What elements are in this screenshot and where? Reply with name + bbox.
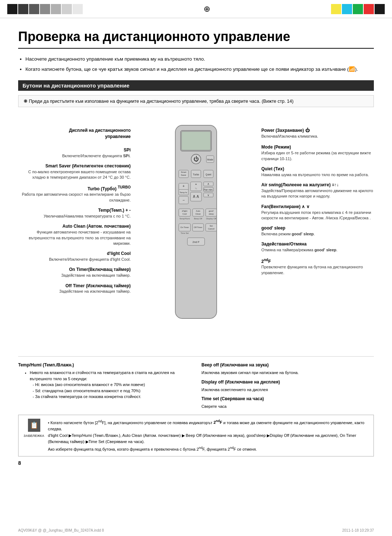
footer-note-label: ЗАБЕЛЕЖКА <box>24 433 44 438</box>
label-good-sleep-title: good' sleep <box>261 225 374 231</box>
svg-text:Quiet: Quiet <box>205 173 211 176</box>
label-temp-desc: Увеличава/Намалява температурата с по 1 … <box>18 214 131 219</box>
note-box: ❋ Преди да пристъпите към използване на … <box>18 95 374 107</box>
label-auto-clean: Auto Clean (Автом. почистване) Функция а… <box>18 223 131 246</box>
svg-text:2nd F: 2nd F <box>192 240 200 244</box>
remote-svg: ⏻ Mode Smart Saver Turbo Quiet + ≡ <box>162 117 230 327</box>
beep-off-title: Beep off (Изключване на звука) <box>201 362 374 368</box>
footer-info: AQV09K&Y @ @_Jungfrau_IBIM_Bu_32437A.ind… <box>18 528 374 532</box>
intro-bullet-2: Когато натиснете бутона, ще се чуе кратъ… <box>25 65 374 73</box>
label-on-timer-desc: Задействане на включващия таймер. <box>18 273 131 278</box>
color-block-3 <box>29 4 39 14</box>
label-off-timer-desc: Задействане на изключващия таймер. <box>18 289 131 294</box>
label-dlight-cool-title: d'light Cool <box>18 251 131 257</box>
color-block-yellow <box>331 4 341 14</box>
bottom-left-title: Temp/Humi (Темп./Влажн.) <box>18 362 191 368</box>
svg-text:Display Off: Display Off <box>206 218 216 220</box>
svg-text:Auto: Auto <box>196 210 200 212</box>
target-icon: ⊕ <box>204 4 210 14</box>
label-quiet-title: Quiet (Тих) <box>261 166 374 172</box>
label-dlight-cool: d'light Cool Включете/Изключете функцият… <box>18 251 131 262</box>
color-blocks-right <box>331 4 385 14</box>
beep-off-desc: Изключва звуковия сигнал при натискане н… <box>201 370 374 376</box>
color-block-red <box>364 4 374 14</box>
color-block-black <box>375 4 385 14</box>
svg-text:Beep Off: Beep Off <box>194 218 203 220</box>
color-block-1 <box>7 4 17 14</box>
label-spi-desc: Включете/Изключете функцията SPi. <box>18 153 131 159</box>
svg-text:Temp/Humi: Temp/Humi <box>179 218 190 220</box>
label-fan-desc: Регулира въздушния поток през климатика … <box>261 210 374 221</box>
label-on-timer-title: On Timer(Включващ таймер) <box>18 267 131 273</box>
label-fan-title: Fan(Вентилиране) ∧ ∨ <box>261 204 374 210</box>
note-box-text: ❋ Преди да пристъпите към използване на … <box>24 99 294 104</box>
label-good-sleep: good' sleep Включва режим good' sleep. <box>261 225 374 237</box>
label-auto-clean-desc: Функция автоматично почистване - изсушав… <box>18 230 131 246</box>
svg-text:Smart: Smart <box>181 171 187 173</box>
label-on-timer: On Timer(Включващ таймер) Задействане на… <box>18 267 131 278</box>
svg-text:Temp hr.: Temp hr. <box>180 191 188 194</box>
svg-text:∧: ∧ <box>207 183 209 186</box>
label-set-cancel: Задействане/Отмяна Отмяна на таймера/реж… <box>261 241 374 253</box>
time-set-desc: Сверете часа <box>201 403 374 410</box>
sub-bullet-temp: За стайната температура се показва конкр… <box>33 394 191 400</box>
label-temp: Temp(Темп.) + - Увеличава/Намалява темпе… <box>18 207 131 219</box>
intro-bullet-1: Насочете дистанционното управление към п… <box>25 55 374 63</box>
svg-text:∨: ∨ <box>207 194 209 197</box>
main-content: Проверка на дистанционното управление На… <box>0 18 392 473</box>
footer-note-line-1: • Когато натиснете бутон [2ndF], на дист… <box>48 419 368 433</box>
svg-text:Time Set: Time Set <box>180 232 189 234</box>
svg-rect-2 <box>181 131 211 150</box>
remote-control-diagram: ⏻ Mode Smart Saver Turbo Quiet + ≡ <box>131 113 261 349</box>
label-mode-title: Mode (Режим) <box>261 144 374 150</box>
svg-text:+: + <box>183 184 185 188</box>
svg-text:Clean: Clean <box>195 213 201 215</box>
svg-text:Set: Set <box>210 225 213 227</box>
label-good-sleep-desc: Включва режим good' sleep. <box>261 231 374 237</box>
color-blocks-left <box>7 4 83 14</box>
label-temp-title: Temp(Темп.) + - <box>18 207 131 214</box>
svg-text:sleep: sleep <box>209 213 214 215</box>
svg-text:Mode: Mode <box>207 158 213 161</box>
color-block-4 <box>40 4 50 14</box>
label-spi: SPi Включете/Изключете функцията SPi. <box>18 147 131 159</box>
sub-bullet-sd: Sd: стандартна (ако относителната влажно… <box>33 388 191 394</box>
svg-text:good': good' <box>209 210 214 212</box>
label-quiet: Quiet (Тих) Намалява шума на вътрешното … <box>261 166 374 178</box>
svg-text:On Timer: On Timer <box>180 226 189 228</box>
color-block-5 <box>51 4 61 14</box>
svg-text:Turbo: Turbo <box>193 173 199 176</box>
svg-text:Off Timer: Off Timer <box>194 226 202 228</box>
bottom-left: Temp/Humi (Темп./Влажн.) Нивото на влажн… <box>18 362 191 410</box>
intro-bullets: Насочете дистанционното управление към п… <box>18 55 374 73</box>
label-auto-clean-title: Auto Clean (Автом. почистване) <box>18 223 131 230</box>
color-block-6 <box>62 4 72 14</box>
footer-note-text: • Когато натиснете бутон [2ndF], на дист… <box>48 419 368 452</box>
label-spi-title: SPi <box>18 147 131 153</box>
left-labels: Дисплей на дистанционнотоуправление SPi … <box>18 113 131 349</box>
label-smart-saver-desc: С по-малко електроенергия вашето помещен… <box>18 169 131 180</box>
bottom-section: Temp/Humi (Темп./Влажн.) Нивото на влажн… <box>18 356 374 410</box>
label-turbo-desc: Работа при автоматична скорост на вентил… <box>18 192 131 203</box>
section-header: Бутони на дистанционното управление <box>18 80 374 91</box>
label-fan: Fan(Вентилиране) ∧ ∨ Регулира въздушния … <box>261 204 374 221</box>
label-off-timer-title: Off Timer (Изключващ таймер) <box>18 283 131 289</box>
svg-text:↑↓: ↑↓ <box>195 187 197 190</box>
top-bar: ⊕ <box>0 0 392 18</box>
label-off-timer: Off Timer (Изключващ таймер) Задействане… <box>18 283 131 295</box>
label-power: Power (Захранване) ⏻ Включва/Изключва кл… <box>261 127 374 139</box>
label-turbo-title: Turbo (Турбо) TURBO <box>18 185 131 192</box>
color-block-7 <box>73 4 83 14</box>
svg-text:≡: ≡ <box>195 183 197 186</box>
label-display: Дисплей на дистанционнотоуправление <box>18 127 131 140</box>
sub-bullet-hi: Hi: висока (ако относителната влажност е… <box>33 382 191 388</box>
label-set-cancel-title: Задействане/Отмяна <box>261 241 374 247</box>
svg-text:d'light: d'light <box>182 210 187 212</box>
label-airswing-desc: Задейства/Прекратява автоматичното движе… <box>261 188 374 199</box>
svg-text:⏻: ⏻ <box>193 156 199 162</box>
display-off-desc: Изключва осветлението на дисплея <box>201 387 374 393</box>
label-mode: Mode (Режим) Избира един от 5-те работни… <box>261 144 374 162</box>
label-2ndf-desc: Превключете функцията на бутона на диста… <box>261 264 374 276</box>
label-mode-desc: Избира един от 5-те работни режима (за и… <box>261 150 374 162</box>
bottom-left-subbullets: Hi: висока (ако относителната влажност е… <box>23 382 191 400</box>
